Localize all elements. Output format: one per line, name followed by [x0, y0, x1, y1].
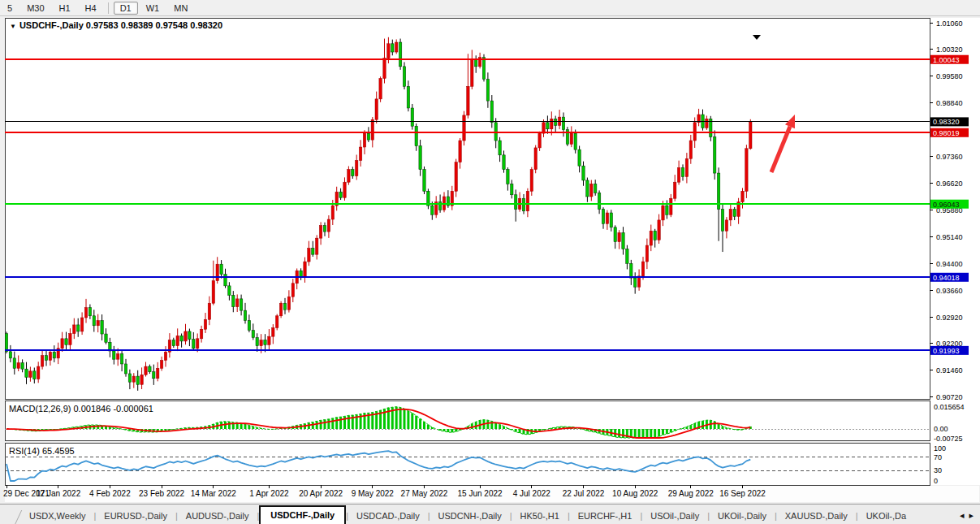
candle-down [654, 231, 656, 240]
candle-up [383, 58, 386, 79]
candle-up [216, 264, 218, 280]
timeframe-button-mn[interactable]: MN [167, 2, 194, 15]
tab-scroll-right-icon[interactable]: ▸ [969, 510, 974, 521]
candle-down [431, 206, 434, 214]
candle-up [375, 99, 378, 119]
candle-down [475, 59, 477, 67]
price-badge-label: 0.91993 [933, 347, 960, 355]
candle-down [574, 133, 576, 149]
candle-up [160, 361, 162, 369]
tab-eurusd-daily[interactable]: EURUSD-,Daily [96, 508, 175, 524]
candle-down [256, 337, 258, 345]
chart-canvas[interactable]: 1.010601.003200.995800.988400.973600.966… [0, 16, 980, 504]
candle-up [132, 376, 135, 382]
tab-audusd-daily[interactable]: AUDUSD-,Daily [178, 508, 257, 524]
tab-usdx-weekly[interactable]: USDX,Weekly [21, 508, 93, 524]
rsi-scale-label: 70 [934, 453, 942, 461]
tab-usoil-daily[interactable]: USOil-,Daily [642, 508, 707, 524]
candle-up [61, 339, 63, 349]
candle-up [749, 122, 752, 149]
price-badge-label: 0.96043 [933, 201, 960, 209]
chart-root[interactable]: 1.010601.003200.995800.988400.973600.966… [0, 16, 980, 507]
rsi-panel[interactable] [5, 443, 930, 485]
collapse-icon[interactable]: ▼ [10, 23, 16, 30]
candle-down [339, 192, 342, 197]
candle-up [590, 184, 593, 197]
candle-up [327, 219, 330, 232]
candle-up [685, 158, 688, 176]
candle-down [399, 42, 401, 67]
candle-down [244, 310, 246, 320]
toolbar-separator [108, 2, 109, 14]
candle-up [745, 149, 748, 191]
candle-up [196, 339, 199, 349]
candle-up [359, 147, 361, 160]
candle-up [260, 340, 262, 346]
candle-down [634, 278, 637, 287]
price-tick-label: 0.93660 [936, 287, 963, 295]
candle-down [594, 184, 597, 193]
candle-down [180, 336, 183, 341]
candle-down [423, 170, 425, 192]
timeframe-button-h1[interactable]: H1 [53, 2, 77, 15]
timeframe-button-5[interactable]: 5 [1, 2, 19, 15]
candle-up [84, 308, 87, 318]
candle-up [287, 297, 290, 310]
date-label: 22 Jul 2022 [563, 489, 605, 498]
price-tick-label: 0.96620 [936, 180, 963, 188]
tab-eurchf-h1[interactable]: EURCHF-,H1 [570, 508, 641, 524]
candle-down [511, 184, 513, 194]
candle-up [157, 368, 159, 378]
candle-up [387, 44, 390, 58]
candle-down [220, 264, 222, 274]
candle-up [80, 318, 83, 331]
candle-up [97, 321, 99, 326]
candle-up [204, 319, 206, 329]
candle-up [606, 213, 608, 223]
candle-up [558, 117, 560, 125]
candle-up [164, 352, 166, 360]
candle-down [602, 210, 604, 224]
candle-up [534, 148, 537, 170]
candle-down [614, 227, 616, 242]
date-label: 9 May 2022 [352, 489, 395, 498]
candle-down [120, 354, 123, 364]
candle-down [188, 331, 191, 340]
candle-up [526, 191, 529, 210]
candle-up [674, 182, 676, 198]
timeframe-button-m30[interactable]: M30 [20, 2, 50, 15]
candle-down [153, 372, 155, 379]
tab-ukoil-daily[interactable]: UKOil-,Daily [710, 508, 775, 524]
price-tick-label: 0.99580 [936, 72, 963, 80]
chart-ohlc-values: 0.97583 0.98389 0.97548 0.98320 [86, 20, 222, 30]
timeframe-button-d1[interactable]: D1 [114, 2, 138, 15]
candle-up [212, 281, 214, 304]
tab-usdchf-daily[interactable]: USDCHF-,Daily [259, 505, 346, 524]
main-chart-panel[interactable] [5, 18, 930, 399]
tab-usdcnh-daily[interactable]: USDCNH-,Daily [430, 508, 510, 524]
tab-xauusd-daily[interactable]: XAUUSD-,Daily [777, 508, 856, 524]
tab-scroll-left-icon[interactable]: ◂ [960, 510, 965, 521]
rsi-scale-label: 0 [934, 477, 938, 485]
date-label: 23 Feb 2022 [139, 489, 185, 498]
tab-hk50-h1[interactable]: HK50-,H1 [512, 508, 568, 524]
candle-up [316, 238, 318, 254]
candle-down [411, 108, 413, 126]
macd-scale-label: 0.015654 [934, 403, 965, 411]
candle-down [105, 334, 107, 342]
candle-up [395, 42, 398, 52]
timeframe-button-h4[interactable]: H4 [79, 2, 103, 15]
candle-up [542, 123, 545, 133]
rsi-scale-label: 30 [934, 466, 942, 474]
candle-down [490, 101, 493, 123]
candle-down [367, 133, 369, 140]
candle-down [232, 295, 235, 306]
tab-ukoil-da[interactable]: UKOil-,Da [858, 508, 915, 524]
candle-down [546, 123, 549, 129]
timeframe-button-w1[interactable]: W1 [140, 2, 166, 15]
candle-up [145, 366, 147, 375]
tab-usdcad-daily[interactable]: USDCAD-,Daily [348, 508, 428, 524]
candle-down [407, 86, 409, 108]
price-badge-label: 0.98019 [933, 129, 960, 137]
date-label: 27 May 2022 [401, 489, 448, 498]
